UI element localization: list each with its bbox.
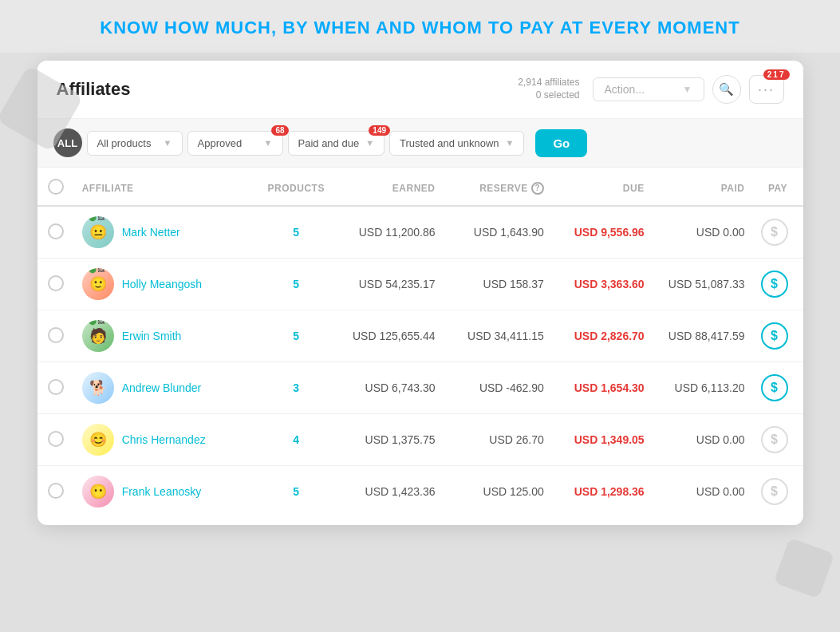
all-products-icon[interactable]: ALL — [53, 128, 82, 157]
avatar-image: 🧑 — [82, 320, 114, 352]
due-cell: USD 9,556.96 — [552, 206, 653, 259]
search-button[interactable]: 🔍 — [712, 75, 741, 104]
paid-due-arrow-icon: ▼ — [365, 138, 374, 148]
paid-cell: USD 0.00 — [653, 466, 753, 518]
main-card: Affiliates 2,914 affiliates 0 selected A… — [37, 61, 803, 525]
due-cell: USD 2,826.70 — [552, 310, 653, 362]
table-row: 🙂 ❤️ ⬤ 🖼 Holly Meangosh 5USD 54,235.17US… — [37, 259, 803, 310]
paid-cell: USD 88,417.59 — [653, 310, 753, 362]
paid-due-label: Paid and due — [298, 137, 360, 149]
products-cell: 5 — [258, 310, 334, 362]
avatar: 😊 — [82, 424, 114, 456]
earned-col-header: EARNED — [334, 168, 443, 206]
paid-due-filter-dropdown[interactable]: Paid and due ▼ 149 — [288, 131, 385, 156]
due-cell: USD 1,298.36 — [552, 466, 653, 518]
action-arrow-icon: ▼ — [683, 84, 692, 95]
due-cell: USD 1,654.30 — [552, 362, 653, 414]
reserve-cell: USD 158.37 — [443, 259, 551, 310]
affiliate-name[interactable]: Frank Leanosky — [122, 485, 202, 498]
reserve-cell: USD -462.90 — [443, 362, 551, 414]
reserve-cell: USD 26.70 — [443, 414, 551, 466]
row-checkbox[interactable] — [48, 431, 64, 447]
row-checkbox[interactable] — [48, 223, 64, 239]
products-cell: 3 — [258, 362, 334, 414]
paid-cell: USD 6,113.20 — [653, 362, 753, 414]
affiliate-cell: 😐 ❤️ ⬤ 🖼 Mark Netter — [82, 216, 250, 248]
products-cell: 4 — [258, 414, 334, 466]
affiliates-count: 2,914 affiliates 0 selected — [518, 77, 579, 101]
page-title: Affiliates — [57, 79, 519, 100]
pay-button[interactable]: $ — [761, 219, 788, 246]
product-arrow-icon: ▼ — [164, 138, 172, 148]
header-controls: 2,914 affiliates 0 selected Action... ▼ … — [518, 75, 783, 104]
paid-cell: USD 51,087.33 — [653, 259, 753, 310]
avatar: 😶 — [82, 476, 114, 508]
row-checkbox[interactable] — [48, 483, 64, 499]
affiliate-cell: 🧑 ❤️ ⬤ 🖼 Erwin Smith — [82, 320, 250, 352]
reserve-col-header: RESERVE — [479, 183, 528, 194]
pay-button[interactable]: $ — [761, 478, 788, 505]
table-row: 😐 ❤️ ⬤ 🖼 Mark Netter 5USD 11,200.86USD 1… — [37, 206, 803, 259]
earned-cell: USD 6,743.30 — [334, 362, 443, 414]
earned-cell: USD 11,200.86 — [334, 206, 443, 259]
affiliates-table-wrap: AFFILIATE PRODUCTS EARNED RESERVE ? DUE … — [37, 168, 803, 525]
action-label: Action... — [605, 83, 645, 96]
affiliates-table: AFFILIATE PRODUCTS EARNED RESERVE ? DUE … — [37, 168, 803, 517]
row-checkbox[interactable] — [48, 379, 64, 395]
products-cell: 5 — [258, 259, 334, 310]
top-banner: KNOW HOW MUCH, BY WHEN AND WHOM TO PAY A… — [0, 0, 840, 53]
affiliate-name[interactable]: Holly Meangosh — [122, 278, 202, 290]
approved-filter-dropdown[interactable]: Approved ▼ 68 — [187, 131, 283, 156]
reserve-cell: USD 125.00 — [443, 466, 551, 518]
pay-button[interactable]: $ — [761, 322, 788, 350]
affiliate-col-header: AFFILIATE — [74, 168, 258, 206]
table-row: 🧑 ❤️ ⬤ 🖼 Erwin Smith 5USD 125,655.44USD … — [37, 310, 803, 362]
avatar-image: 🐕 — [82, 372, 114, 404]
more-button[interactable]: ··· 217 — [749, 75, 784, 104]
paid-cell: USD 0.00 — [653, 414, 753, 466]
approved-arrow-icon: ▼ — [264, 138, 273, 148]
due-cell: USD 1,349.05 — [552, 414, 653, 466]
reserve-info-icon[interactable]: ? — [531, 182, 544, 195]
more-badge: 217 — [763, 69, 790, 80]
filter-bar: ALL All products ▼ Approved ▼ 68 Paid an… — [37, 119, 803, 168]
affiliate-cell: 🐕 Andrew Blunder — [82, 372, 250, 404]
avatar: 🧑 ❤️ ⬤ 🖼 — [82, 320, 114, 352]
product-filter-dropdown[interactable]: All products ▼ — [87, 131, 183, 156]
affiliate-name[interactable]: Andrew Blunder — [122, 381, 202, 394]
approved-badge: 68 — [271, 125, 288, 136]
pay-button[interactable]: $ — [761, 374, 788, 401]
table-row: 😶 Frank Leanosky 5USD 1,423.36USD 125.00… — [37, 466, 803, 518]
background-wrapper: Affiliates 2,914 affiliates 0 selected A… — [0, 53, 840, 632]
go-button[interactable]: Go — [535, 129, 587, 157]
earned-cell: USD 54,235.17 — [334, 259, 443, 310]
table-row: 😊 Chris Hernandez 4USD 1,375.75USD 26.70… — [37, 414, 803, 466]
affiliate-cell: 😶 Frank Leanosky — [82, 476, 250, 508]
select-all-checkbox[interactable] — [48, 179, 64, 195]
product-filter-label: All products — [97, 137, 152, 149]
affiliates-total: 2,914 affiliates — [518, 77, 579, 89]
more-icon: ··· — [758, 81, 775, 98]
card-header: Affiliates 2,914 affiliates 0 selected A… — [37, 61, 803, 119]
affiliate-name[interactable]: Erwin Smith — [122, 330, 182, 342]
earned-cell: USD 1,423.36 — [334, 466, 443, 518]
trusted-filter-dropdown[interactable]: Trusted and unknown ▼ — [389, 131, 524, 156]
due-col-header: DUE — [552, 168, 653, 206]
products-cell: 5 — [258, 206, 334, 259]
pay-col-header: PAY — [753, 168, 803, 206]
paid-col-header: PAID — [653, 168, 753, 206]
affiliate-name[interactable]: Mark Netter — [122, 226, 180, 239]
affiliate-cell: 😊 Chris Hernandez — [82, 424, 250, 456]
reserve-cell: USD 1,643.90 — [443, 206, 551, 259]
search-icon: 🔍 — [719, 82, 734, 97]
table-header-row: AFFILIATE PRODUCTS EARNED RESERVE ? DUE … — [37, 168, 803, 206]
affiliate-name[interactable]: Chris Hernandez — [122, 433, 206, 446]
pay-button[interactable]: $ — [761, 426, 788, 453]
avatar: 🐕 — [82, 372, 114, 404]
pay-button[interactable]: $ — [761, 271, 788, 298]
row-checkbox[interactable] — [48, 327, 64, 343]
paid-cell: USD 0.00 — [653, 206, 753, 259]
products-cell: 5 — [258, 466, 334, 518]
action-dropdown[interactable]: Action... ▼ — [593, 77, 704, 101]
row-checkbox[interactable] — [48, 275, 64, 291]
